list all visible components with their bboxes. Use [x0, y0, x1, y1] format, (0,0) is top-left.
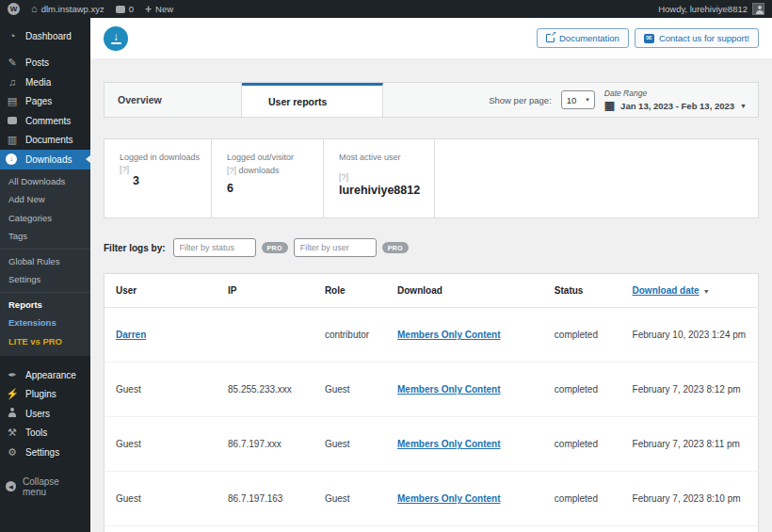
tab-user-reports[interactable]: User reports [242, 83, 383, 117]
per-page-select[interactable]: 10 ▾ [561, 90, 595, 109]
contact-label: Contact us for support! [659, 33, 749, 43]
status-cell: completed [543, 472, 621, 526]
dashboard-icon: ◔ [6, 31, 19, 41]
stat-value: 3 [133, 174, 205, 187]
role-cell: Guest [314, 417, 386, 472]
documents-icon: ▥ [6, 135, 19, 145]
filter-by-status-input[interactable] [173, 238, 256, 257]
submenu-global-rules[interactable]: Global Rules [0, 249, 90, 271]
sidebar-item-media[interactable]: ♫ Media [0, 73, 90, 92]
help-tooltip-icon[interactable]: [?] [227, 166, 236, 175]
submenu-lite-vs-pro[interactable]: LITE vs PRO [0, 332, 90, 351]
column-header-user: User [105, 274, 217, 308]
filter-logs-label: Filter logs by: [104, 243, 166, 253]
submenu-categories[interactable]: Categories [0, 209, 90, 228]
download-link[interactable]: Members Only Content [397, 439, 500, 449]
downloads-submenu: All Downloads Add New Categories Tags Gl… [0, 169, 90, 357]
submenu-tags[interactable]: Tags [0, 227, 90, 246]
status-cell: completed [543, 308, 621, 363]
stat-label: Logged out/visitor [227, 152, 317, 165]
users-icon [6, 408, 19, 420]
download-link[interactable]: Members Only Content [397, 330, 500, 340]
sidebar-item-label: Plugins [25, 389, 56, 399]
sidebar-item-pages[interactable]: ▤ Pages [0, 92, 90, 112]
pro-badge[interactable]: PRO [262, 242, 288, 253]
contact-support-button[interactable]: ✉ Contact us for support! [635, 28, 759, 48]
stat-logged-out-downloads: Logged out/visitor [?] downloads 6 [212, 139, 324, 218]
comment-bubble-icon [116, 6, 125, 13]
submenu-add-new[interactable]: Add New [0, 190, 90, 209]
sidebar-item-plugins[interactable]: ⚡ Plugins [0, 385, 90, 405]
sidebar-item-tools[interactable]: ⚒ Tools [0, 424, 90, 443]
sidebar-item-label: Comments [25, 116, 71, 126]
date-cell: February 10, 2023 1:24 pm [621, 308, 759, 363]
submenu-reports[interactable]: Reports [0, 292, 90, 314]
stat-label: Logged in downloads [120, 152, 205, 165]
plus-icon: + [145, 4, 152, 15]
posts-icon: ✎ [6, 57, 19, 68]
sidebar-item-label: Pages [25, 96, 52, 106]
table-row: Guest 86.7.197.163 Guest Members Only Co… [105, 472, 759, 526]
sidebar-item-documents[interactable]: ▥ Documents [0, 131, 90, 151]
sidebar-item-dashboard[interactable]: ◔ Dashboard [0, 26, 90, 46]
status-cell: completed [543, 363, 621, 417]
download-logs-table: User IP Role Download Status Download da… [104, 273, 759, 532]
role-cell: Guest [314, 363, 386, 417]
sidebar-item-downloads[interactable]: ↓ Downloads [0, 150, 90, 169]
downloads-icon: ↓ [6, 153, 19, 165]
collapse-menu-button[interactable]: ◀ Collapse menu [0, 477, 90, 497]
calendar-icon: ▦ [604, 100, 615, 111]
new-label: New [155, 4, 173, 14]
sidebar-item-settings[interactable]: ⚙ Settings [0, 443, 90, 462]
sidebar-item-users[interactable]: Users [0, 404, 90, 424]
tab-overview-label: Overview [118, 94, 162, 105]
date-range-picker[interactable]: ▦ Jan 13, 2023 - Feb 13, 2023 ▼ [604, 100, 747, 111]
help-tooltip-icon[interactable]: [?] [120, 165, 205, 174]
date-cell: February 7, 2023 8:12 pm [621, 363, 759, 417]
help-tooltip-icon[interactable]: [?] [339, 172, 428, 182]
column-header-role: Role [314, 274, 386, 308]
submenu-settings[interactable]: Settings [0, 270, 90, 289]
download-link[interactable]: Members Only Content [397, 493, 500, 504]
appearance-icon: ✒ [6, 370, 19, 380]
sidebar-item-label: Downloads [25, 154, 72, 165]
show-per-page-label: Show per page: [489, 95, 552, 105]
filter-bar: Filter logs by: PRO PRO [104, 238, 759, 257]
howdy-text[interactable]: Howdy, lurehiviye8812 [658, 4, 748, 14]
sidebar-item-posts[interactable]: ✎ Posts [0, 54, 90, 73]
column-header-download: Download [386, 274, 543, 308]
site-link[interactable]: ⌂ dlm.instawp.xyz [31, 4, 105, 14]
sidebar-item-comments[interactable]: Comments [0, 111, 90, 131]
new-content-menu[interactable]: + New [145, 4, 173, 15]
wordpress-menu[interactable]: W [8, 3, 20, 15]
column-header-status: Status [543, 274, 621, 308]
user-avatar[interactable] [752, 3, 764, 15]
sort-caret-icon: ▼ [703, 288, 710, 295]
column-header-download-date: Download date▼ [621, 274, 759, 308]
collapse-label: Collapse menu [23, 476, 85, 497]
download-link[interactable]: Members Only Content [397, 384, 500, 395]
submenu-all-downloads[interactable]: All Downloads [0, 172, 90, 191]
tab-overview[interactable]: Overview [105, 83, 242, 117]
sidebar-item-appearance[interactable]: ✒ Appearance [0, 365, 90, 385]
sort-download-date-link[interactable]: Download date [633, 285, 700, 296]
table-header-row: User IP Role Download Status Download da… [105, 274, 759, 308]
status-cell: completed [543, 417, 621, 472]
pro-badge[interactable]: PRO [382, 242, 409, 253]
table-row-partial [105, 526, 759, 532]
plugins-icon: ⚡ [6, 389, 19, 399]
tools-icon: ⚒ [6, 427, 19, 438]
documentation-button[interactable]: Documentation [537, 28, 629, 48]
column-header-ip: IP [217, 274, 314, 308]
sidebar-item-label: Tools [25, 427, 47, 438]
user-link[interactable]: Darren [116, 330, 146, 340]
submenu-extensions[interactable]: Extensions [0, 314, 90, 332]
filter-by-user-input[interactable] [294, 238, 377, 257]
plugin-header: ↓ Documentation ✉ Contact us for support… [90, 18, 772, 58]
comments-shortcut[interactable]: 0 [116, 4, 134, 14]
site-name: dlm.instawp.xyz [41, 4, 105, 14]
user-cell: Guest [105, 363, 217, 417]
date-range-label: Date Range [604, 89, 747, 98]
comments-count: 0 [129, 4, 134, 14]
main-content: ↓ Documentation ✉ Contact us for support… [90, 18, 772, 532]
